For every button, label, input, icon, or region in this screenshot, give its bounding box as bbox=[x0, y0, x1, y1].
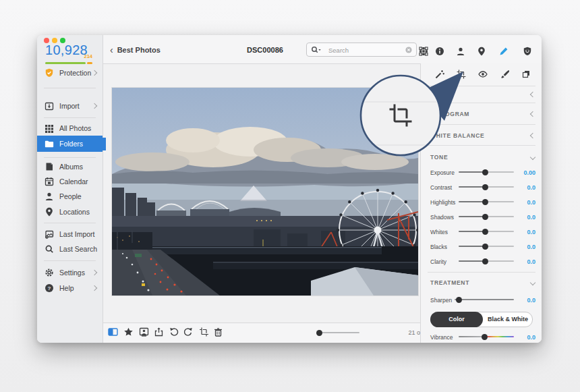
sidebar-item-folders[interactable]: Folders bbox=[37, 136, 103, 152]
search-input[interactable] bbox=[327, 45, 401, 55]
last-search-icon bbox=[45, 244, 54, 254]
treatment-segmented-control: Color Black & White bbox=[430, 312, 533, 327]
crop-icon[interactable] bbox=[199, 327, 209, 337]
slider-highlights: Highlights 0.0 bbox=[421, 195, 542, 208]
slider-handle[interactable] bbox=[482, 199, 488, 205]
photo-canvas[interactable] bbox=[112, 88, 418, 296]
progress-bar bbox=[45, 62, 86, 64]
zoom-slider-track[interactable] bbox=[318, 332, 359, 333]
grid-icon bbox=[45, 123, 54, 133]
shield-check-icon bbox=[45, 68, 54, 78]
search-box[interactable] bbox=[306, 43, 417, 57]
protection-shield-icon[interactable] bbox=[523, 47, 532, 56]
grid-view-icon[interactable] bbox=[419, 47, 428, 56]
slider-vibrance: Vibrance 0.0 bbox=[421, 330, 542, 343]
chevron-right-icon bbox=[92, 285, 97, 291]
slider-shadows: Shadows 0.0 bbox=[421, 210, 542, 223]
slider-blacks: Blacks 0.0 bbox=[421, 240, 542, 253]
sidebar-item-last-search[interactable]: Last Search bbox=[37, 242, 103, 256]
slider-contrast: Contrast 0.0 bbox=[421, 180, 542, 194]
people-icon[interactable] bbox=[456, 47, 465, 56]
chevron-expanded-icon bbox=[530, 280, 535, 285]
sidebar-item-import[interactable]: Import bbox=[37, 99, 103, 113]
color-button[interactable]: Color bbox=[430, 312, 483, 327]
slider-handle[interactable] bbox=[482, 258, 488, 264]
slider-handle[interactable] bbox=[482, 229, 488, 235]
slider-handle[interactable] bbox=[482, 334, 488, 340]
chevron-right-icon bbox=[92, 70, 97, 76]
toolbar: ‹Best Photos DSC00086 bbox=[103, 35, 542, 64]
folder-icon bbox=[45, 139, 54, 148]
slider-handle[interactable] bbox=[456, 297, 462, 303]
black-white-button[interactable]: Black & White bbox=[484, 312, 532, 327]
slider-handle[interactable] bbox=[482, 244, 488, 250]
search-icon bbox=[311, 46, 322, 54]
chevron-collapsed-icon bbox=[530, 133, 535, 138]
sidebar: 10,928 214 Protection Import All Photos … bbox=[37, 35, 103, 343]
slider-handle[interactable] bbox=[482, 184, 488, 190]
panel-section-treatment[interactable]: TREATMENT bbox=[421, 275, 542, 289]
person-icon bbox=[45, 192, 54, 201]
red-eye-icon[interactable] bbox=[478, 69, 488, 79]
panel-section-covered[interactable] bbox=[421, 87, 542, 101]
gear-icon bbox=[45, 268, 54, 277]
info-icon[interactable] bbox=[435, 47, 444, 56]
progress-bar-warning bbox=[87, 62, 92, 64]
location-icon[interactable] bbox=[477, 47, 486, 56]
help-icon: ? bbox=[45, 283, 54, 293]
rotate-left-icon[interactable] bbox=[169, 327, 179, 337]
panel-section-histogram[interactable]: HISTOGRAM bbox=[421, 107, 542, 120]
tag-people-icon[interactable] bbox=[139, 327, 149, 337]
chevron-right-icon bbox=[92, 103, 97, 109]
sidebar-item-all-photos[interactable]: All Photos bbox=[37, 121, 103, 135]
edit-pencil-icon[interactable] bbox=[499, 47, 509, 56]
sidebar-item-locations[interactable]: Locations bbox=[37, 205, 103, 219]
slider-handle[interactable] bbox=[482, 214, 488, 220]
clear-search-icon[interactable] bbox=[405, 47, 412, 53]
photo-viewer bbox=[103, 64, 420, 323]
chevron-right-icon bbox=[92, 270, 97, 275]
sidebar-item-albums[interactable]: Albums bbox=[37, 160, 103, 173]
crop-icon[interactable] bbox=[457, 69, 466, 79]
protection-badge: 214 bbox=[76, 53, 92, 59]
zoom-slider-handle[interactable] bbox=[316, 330, 322, 336]
star-rating-icon[interactable] bbox=[123, 327, 134, 337]
slider-sharpen: Sharpen 0.0 bbox=[421, 293, 542, 306]
develop-panel: HISTOGRAM WHITE BALANCE TONE Exposure 0.… bbox=[420, 63, 542, 343]
album-icon bbox=[45, 162, 54, 171]
bottom-toolbar: 21 of 493 bbox=[103, 323, 420, 343]
filmstrip-toggle-icon[interactable] bbox=[108, 327, 118, 337]
panel-section-white-balance[interactable]: WHITE BALANCE bbox=[421, 128, 542, 142]
chevron-collapsed-icon bbox=[530, 111, 535, 117]
back-button[interactable]: ‹Best Photos bbox=[110, 45, 161, 55]
sidebar-item-calendar[interactable]: Calendar bbox=[37, 175, 103, 188]
import-icon bbox=[45, 101, 54, 111]
auto-wand-icon[interactable] bbox=[435, 69, 444, 79]
brush-icon[interactable] bbox=[500, 69, 509, 79]
calendar-icon bbox=[45, 177, 54, 186]
slider-exposure: Exposure 0.00 bbox=[421, 165, 542, 179]
slider-handle[interactable] bbox=[482, 169, 488, 175]
panel-handle[interactable] bbox=[100, 138, 106, 150]
trash-icon[interactable] bbox=[213, 327, 223, 337]
sidebar-item-help[interactable]: ? Help bbox=[37, 281, 103, 295]
sidebar-item-protection[interactable]: Protection bbox=[37, 66, 103, 80]
share-icon[interactable] bbox=[154, 327, 164, 337]
svg-text:?: ? bbox=[48, 285, 51, 291]
sidebar-item-settings[interactable]: Settings bbox=[37, 266, 103, 279]
last-import-icon bbox=[45, 229, 54, 239]
sidebar-item-people[interactable]: People bbox=[37, 190, 103, 203]
slider-whites: Whites 0.0 bbox=[421, 225, 542, 238]
sidebar-item-last-import[interactable]: Last Import bbox=[37, 227, 103, 241]
copy-icon[interactable] bbox=[521, 69, 531, 79]
back-chevron-icon: ‹ bbox=[110, 45, 113, 55]
location-pin-icon bbox=[45, 207, 54, 217]
rotate-right-icon[interactable] bbox=[183, 327, 193, 337]
chevron-expanded-icon bbox=[530, 155, 535, 160]
panel-section-tone[interactable]: TONE bbox=[421, 150, 542, 163]
app-window: 10,928 214 Protection Import All Photos … bbox=[37, 35, 542, 343]
chevron-collapsed-icon bbox=[530, 92, 535, 97]
slider-clarity: Clarity 0.0 bbox=[421, 254, 542, 268]
